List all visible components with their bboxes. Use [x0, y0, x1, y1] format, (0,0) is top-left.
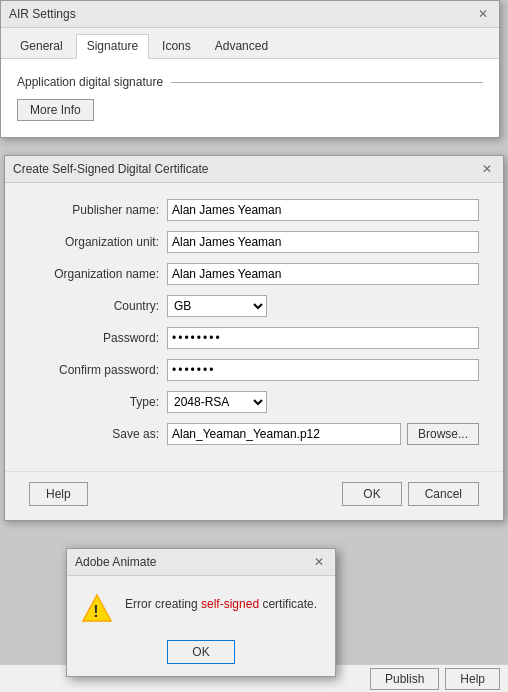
error-highlight: self-signed [201, 597, 259, 611]
publish-button[interactable]: Publish [370, 668, 439, 690]
ok-button[interactable]: OK [342, 482, 401, 506]
animate-dialog-title: Adobe Animate [75, 555, 156, 569]
cert-titlebar: Create Self-Signed Digital Certificate ✕ [5, 156, 503, 183]
org-unit-input[interactable] [167, 231, 479, 253]
cancel-button[interactable]: Cancel [408, 482, 479, 506]
animate-close-button[interactable]: ✕ [311, 554, 327, 570]
cert-footer-left: Help [29, 482, 88, 506]
cert-dialog: Create Self-Signed Digital Certificate ✕… [4, 155, 504, 521]
tab-icons[interactable]: Icons [151, 34, 202, 58]
help-button[interactable]: Help [29, 482, 88, 506]
cert-form: Publisher name: Organization unit: Organ… [5, 183, 503, 471]
org-name-row: Organization name: [29, 263, 479, 285]
tab-general[interactable]: General [9, 34, 74, 58]
animate-content: ! Error creating self-signed certificate… [67, 576, 335, 634]
publisher-name-row: Publisher name: [29, 199, 479, 221]
svg-text:!: ! [93, 603, 98, 620]
password-row: Password: [29, 327, 479, 349]
animate-error-dialog: Adobe Animate ✕ ! Error creating self-si… [66, 548, 336, 677]
type-select[interactable]: 2048-RSA 1024-RSA [167, 391, 267, 413]
publisher-name-input[interactable] [167, 199, 479, 221]
org-name-input[interactable] [167, 263, 479, 285]
tab-advanced[interactable]: Advanced [204, 34, 279, 58]
confirm-password-input[interactable] [167, 359, 479, 381]
animate-footer: OK [67, 634, 335, 676]
password-label: Password: [29, 331, 159, 345]
save-as-label: Save as: [29, 427, 159, 441]
tab-signature[interactable]: Signature [76, 34, 149, 59]
animate-titlebar: Adobe Animate ✕ [67, 549, 335, 576]
confirm-password-row: Confirm password: [29, 359, 479, 381]
cert-footer: Help OK Cancel [5, 471, 503, 520]
confirm-password-label: Confirm password: [29, 363, 159, 377]
air-settings-titlebar: AIR Settings ✕ [1, 1, 499, 28]
signature-section-header: Application digital signature [17, 75, 483, 89]
publish-help-button[interactable]: Help [445, 668, 500, 690]
signature-section-line [171, 82, 483, 83]
save-as-row: Save as: Browse... [29, 423, 479, 445]
save-as-input[interactable] [167, 423, 401, 445]
password-input[interactable] [167, 327, 479, 349]
country-label: Country: [29, 299, 159, 313]
warning-icon: ! [81, 592, 113, 624]
more-info-button[interactable]: More Info [17, 99, 94, 121]
country-row: Country: GB US DE FR [29, 295, 479, 317]
cert-dialog-title: Create Self-Signed Digital Certificate [13, 162, 208, 176]
air-settings-title: AIR Settings [9, 7, 76, 21]
type-row: Type: 2048-RSA 1024-RSA [29, 391, 479, 413]
type-label: Type: [29, 395, 159, 409]
org-unit-label: Organization unit: [29, 235, 159, 249]
cert-close-button[interactable]: ✕ [479, 161, 495, 177]
air-settings-tabbar: General Signature Icons Advanced [1, 28, 499, 59]
animate-ok-button[interactable]: OK [167, 640, 234, 664]
org-name-label: Organization name: [29, 267, 159, 281]
cert-footer-right: OK Cancel [342, 482, 479, 506]
browse-button[interactable]: Browse... [407, 423, 479, 445]
error-message: Error creating self-signed certificate. [125, 592, 317, 613]
air-settings-content: Application digital signature More Info [1, 59, 499, 137]
signature-section-label: Application digital signature [17, 75, 163, 89]
publisher-name-label: Publisher name: [29, 203, 159, 217]
org-unit-row: Organization unit: [29, 231, 479, 253]
country-select[interactable]: GB US DE FR [167, 295, 267, 317]
air-settings-close-button[interactable]: ✕ [475, 6, 491, 22]
air-settings-window: AIR Settings ✕ General Signature Icons A… [0, 0, 500, 138]
